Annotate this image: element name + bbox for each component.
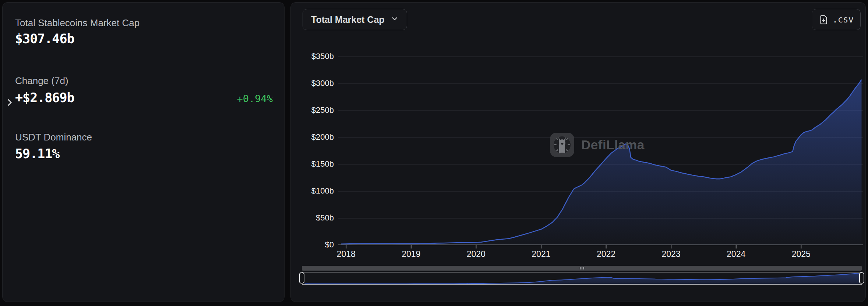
file-download-icon bbox=[819, 15, 829, 25]
y-axis-label: $300b bbox=[301, 79, 334, 88]
x-axis-label: 2025 bbox=[784, 249, 818, 259]
x-axis-label: 2023 bbox=[654, 249, 688, 259]
y-axis-label: $350b bbox=[301, 52, 334, 61]
usdt-dominance-value: 59.11% bbox=[15, 146, 59, 161]
y-axis-label: $100b bbox=[301, 186, 334, 196]
drag-grip-icon bbox=[582, 267, 582, 270]
marketcap-area-chart[interactable] bbox=[338, 52, 863, 248]
usdt-dominance-label: USDT Dominance bbox=[15, 132, 92, 143]
y-axis-label: $150b bbox=[301, 159, 334, 169]
brush-minimap-chart bbox=[302, 272, 860, 284]
x-axis-label: 2019 bbox=[395, 249, 428, 259]
change-7d-value: +$2.869b bbox=[15, 90, 74, 105]
x-axis-label: 2024 bbox=[720, 249, 753, 259]
csv-button-label: .csv bbox=[832, 14, 854, 25]
x-axis-label: 2022 bbox=[590, 249, 623, 259]
brush-handle-left[interactable] bbox=[299, 272, 304, 284]
time-range-brush bbox=[302, 266, 862, 288]
brush-handle-right[interactable] bbox=[859, 272, 864, 284]
total-marketcap-value: $307.46b bbox=[15, 31, 74, 46]
y-axis-label: $200b bbox=[301, 132, 334, 142]
y-axis-label: $0 bbox=[301, 240, 334, 250]
x-axis-label: 2021 bbox=[525, 249, 558, 259]
download-csv-button[interactable]: .csv bbox=[812, 9, 861, 30]
stablecoins-summary-panel: Total Stablecoins Market Cap $307.46b Ch… bbox=[2, 2, 285, 302]
metric-selector-dropdown[interactable]: Total Market Cap bbox=[303, 9, 407, 30]
y-axis-label: $250b bbox=[301, 105, 334, 115]
total-marketcap-label: Total Stablecoins Market Cap bbox=[15, 17, 140, 29]
change-7d-percent: +0.94% bbox=[237, 93, 273, 104]
marketcap-chart-panel: Total Market Cap .csv bbox=[290, 2, 866, 302]
chevron-right-icon[interactable] bbox=[5, 98, 14, 107]
x-axis-label: 2018 bbox=[329, 249, 363, 259]
x-axis-label: 2020 bbox=[459, 249, 493, 259]
chevron-down-icon bbox=[391, 14, 399, 25]
y-axis-label: $50b bbox=[301, 213, 334, 223]
brush-minimap[interactable] bbox=[302, 272, 862, 285]
drag-grip-icon bbox=[583, 267, 584, 270]
change-7d-row: +$2.869b +0.94% bbox=[15, 90, 273, 105]
drag-grip-icon bbox=[580, 267, 581, 270]
change-7d-label: Change (7d) bbox=[15, 75, 68, 87]
metric-selector-value: Total Market Cap bbox=[311, 14, 385, 25]
brush-scrollbar[interactable] bbox=[302, 266, 862, 271]
